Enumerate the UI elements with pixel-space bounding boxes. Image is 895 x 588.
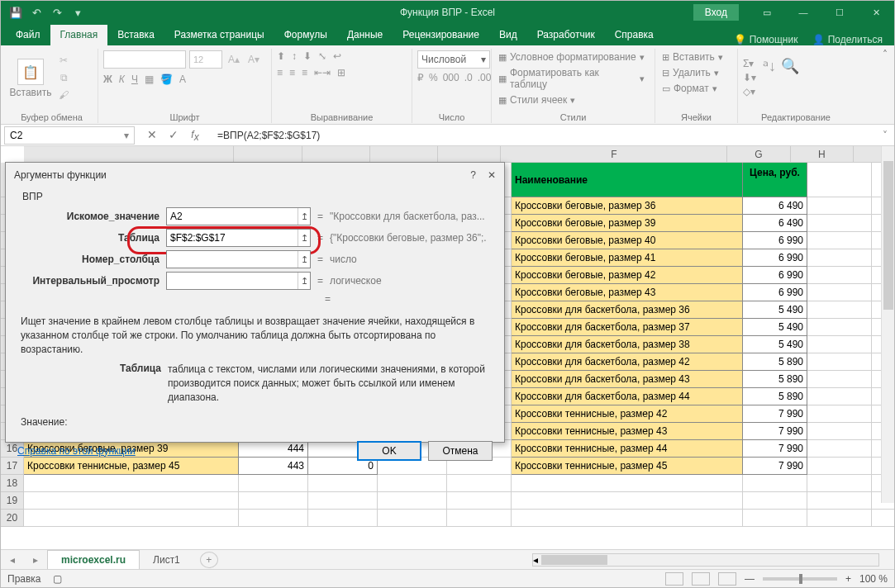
sheet-cell[interactable] [743,510,807,527]
tab-formulas[interactable]: Формулы [274,25,337,45]
tab-view[interactable]: Вид [489,25,527,45]
sheet-cell[interactable]: Кроссовки беговые, размер 43 [512,284,743,301]
percent-icon[interactable]: % [429,72,438,83]
enter-formula-icon[interactable]: ✓ [163,128,184,141]
ok-button[interactable]: OK [357,441,421,461]
sheet-cell[interactable] [512,475,743,492]
sheet-cell[interactable] [807,405,872,423]
sheet-cell[interactable] [807,284,872,301]
sheet-cell[interactable]: Кроссовки теннисные, размер 45 [512,458,743,475]
sheet-cell[interactable] [807,458,872,475]
sheet-cell[interactable] [807,423,872,440]
range-picker-icon[interactable]: ↥ [298,273,310,289]
sheet-cell[interactable] [807,353,872,371]
sheet-cell[interactable] [807,267,872,284]
shrink-font-icon[interactable]: A▾ [245,52,262,67]
sheet-cell[interactable] [378,492,447,510]
column-header[interactable] [370,146,438,162]
sheet-cell[interactable]: Кроссовки беговые, размер 39 [512,215,743,232]
sheet-cell[interactable]: Кроссовки беговые, размер 42 [512,267,743,284]
sort-filter-icon[interactable]: ᵃ↓ [763,57,776,75]
sheet-cell[interactable]: Кроссовки для баскетбола, размер 38 [512,336,743,353]
align-top-icon[interactable]: ⬆ [277,50,285,62]
sheet-cell[interactable]: 5 490 [743,301,807,319]
sheet-cell[interactable] [807,492,872,510]
collapse-ribbon-icon[interactable]: ˄ [883,49,888,60]
tab-layout[interactable]: Разметка страницы [164,25,274,45]
vertical-scrollbar[interactable] [881,146,894,503]
sheet-cell[interactable]: 7 990 [743,440,807,458]
sheet-cell[interactable] [807,388,872,405]
sheet-cell[interactable] [807,371,872,388]
sheet-cell[interactable]: Кроссовки беговые, размер 40 [512,232,743,249]
sheet-cell[interactable] [807,232,872,249]
sheet-nav-next[interactable]: ▸ [24,554,47,566]
sheet-cell[interactable]: 6 490 [743,215,807,232]
tab-home[interactable]: Главная [50,25,108,45]
tell-me[interactable]: 💡 Помощник [734,34,797,45]
sheet-tab-active[interactable]: microexcel.ru [47,550,140,569]
range-picker-icon[interactable]: ↥ [298,208,310,225]
inc-decimal-icon[interactable]: .0 [464,72,473,83]
ribbon-display-icon[interactable]: ▭ [749,1,785,24]
sheet-cell[interactable] [807,163,872,197]
sheet-cell[interactable]: 5 490 [743,319,807,336]
sheet-cell[interactable] [807,510,872,527]
format-cells[interactable]: ▭ Формат ▾ [660,82,729,95]
align-center-icon[interactable]: ≡ [289,67,295,78]
fill-icon[interactable]: ⬇▾ [743,72,756,83]
login-button[interactable]: Вход [693,4,739,21]
sheet-cell[interactable] [807,440,872,458]
grow-font-icon[interactable]: A▴ [226,52,242,67]
format-as-table[interactable]: ▦ Форматировать как таблицу ▾ [497,66,646,91]
sheet-cell[interactable]: Кроссовки теннисные, размер 42 [512,405,743,423]
currency-icon[interactable]: ₽ [417,72,424,83]
sheet-cell[interactable]: Кроссовки для баскетбола, размер 44 [512,388,743,405]
sheet-cell[interactable]: Кроссовки теннисные, размер 43 [512,423,743,440]
sheet-cell[interactable]: Кроссовки для баскетбола, размер 37 [512,319,743,336]
tab-help[interactable]: Справка [605,25,664,45]
align-left-icon[interactable]: ≡ [277,67,283,78]
sheet-cell[interactable] [239,475,308,492]
cell-styles[interactable]: ▦ Стили ячеек ▾ [497,93,646,107]
sheet-cell[interactable] [24,510,239,527]
column-header[interactable] [234,146,302,162]
find-icon[interactable]: 🔍 [781,57,799,75]
align-bottom-icon[interactable]: ⬇ [303,50,312,62]
sheet-cell[interactable]: 7 990 [743,423,807,440]
sheet-cell[interactable] [308,475,378,492]
sheet-cell[interactable] [743,475,807,492]
number-format-select[interactable]: Числовой▾ [417,50,490,69]
row-header[interactable]: 20 [1,510,24,527]
sheet-tab-other[interactable]: Лист1 [140,551,193,569]
sheet-cell[interactable] [807,301,872,319]
sheet-cell[interactable] [807,319,872,336]
horizontal-scrollbar[interactable]: ◂ [532,553,879,567]
indent-icon[interactable]: ⇤⇥ [314,67,331,78]
sheet-cell[interactable] [447,475,512,492]
sheet-cell[interactable] [447,510,512,527]
tab-insert[interactable]: Вставка [107,25,164,45]
sheet-cell[interactable] [807,475,872,492]
sheet-cell[interactable]: Кроссовки для баскетбола, размер 43 [512,371,743,388]
sheet-cell[interactable] [239,510,308,527]
range-picker-icon[interactable]: ↥ [298,230,310,246]
sheet-cell[interactable]: 6 990 [743,267,807,284]
sheet-cell[interactable] [512,492,743,510]
cancel-formula-icon[interactable]: ✕ [141,128,163,141]
sheet-cell[interactable]: Кроссовки беговые, размер 41 [512,249,743,267]
sheet-cell[interactable] [512,510,743,527]
comma-icon[interactable]: 000 [443,72,459,83]
sheet-cell[interactable] [239,492,308,510]
sheet-cell[interactable] [743,492,807,510]
tab-developer[interactable]: Разработчик [527,25,605,45]
undo-icon[interactable]: ↶ [26,3,46,21]
sheet-cell[interactable]: Кроссовки теннисные, размер 44 [512,440,743,458]
font-size-select[interactable] [189,50,222,69]
format-painter-icon[interactable]: 🖌 [55,88,72,102]
minimize-icon[interactable]: — [785,1,821,24]
sheet-cell[interactable] [807,215,872,232]
row-header[interactable]: 18 [1,475,24,492]
delete-cells[interactable]: ⊟ Удалить ▾ [660,66,729,79]
border-icon[interactable]: ▦ [145,74,154,85]
